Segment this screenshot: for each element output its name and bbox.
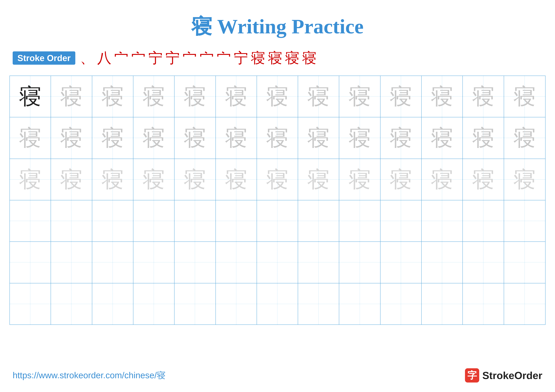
grid-cell-2-10: 寝 bbox=[422, 159, 463, 200]
cell-char: 寝 bbox=[225, 168, 247, 191]
grid-cell-4-9 bbox=[380, 242, 422, 283]
grid-cell-4-4 bbox=[175, 242, 216, 283]
grid-cell-2-3: 寝 bbox=[133, 159, 175, 200]
grid-cell-4-5 bbox=[216, 242, 257, 283]
title-text: Writing Practice bbox=[212, 15, 364, 38]
stroke-sequence: 、八宀宀宁宁宀宀宀宁寝寝寝寝 bbox=[80, 48, 316, 68]
grid-cell-0-12: 寝 bbox=[504, 76, 545, 117]
grid-cell-0-8: 寝 bbox=[339, 76, 380, 117]
cell-char: 寝 bbox=[431, 86, 453, 107]
cell-char: 寝 bbox=[143, 86, 165, 107]
grid-cell-3-11 bbox=[463, 200, 504, 242]
grid-cell-4-0 bbox=[10, 242, 51, 283]
cell-char: 寝 bbox=[349, 86, 371, 107]
grid-cell-5-10 bbox=[422, 283, 463, 324]
grid-cell-5-11 bbox=[463, 283, 504, 324]
cell-char: 寝 bbox=[19, 168, 41, 191]
grid-cell-4-6 bbox=[257, 242, 298, 283]
title-char: 寝 bbox=[191, 15, 212, 38]
grid-cell-4-7 bbox=[298, 242, 339, 283]
stroke-step-5: 宁 bbox=[166, 48, 180, 68]
grid-cell-5-3 bbox=[133, 283, 175, 324]
grid-cell-2-6: 寝 bbox=[257, 159, 298, 200]
grid-cell-3-5 bbox=[216, 200, 257, 242]
grid-cell-3-3 bbox=[133, 200, 175, 242]
cell-char: 寝 bbox=[472, 127, 494, 149]
stroke-step-0: 、 bbox=[80, 48, 94, 68]
grid-cell-0-4: 寝 bbox=[175, 76, 216, 117]
cell-char: 寝 bbox=[349, 168, 371, 191]
grid-row-2: 寝寝寝寝寝寝寝寝寝寝寝寝寝 bbox=[10, 159, 545, 200]
cell-char: 寝 bbox=[225, 86, 247, 107]
cell-char: 寝 bbox=[431, 127, 453, 149]
cell-char: 寝 bbox=[472, 86, 494, 107]
grid-cell-1-3: 寝 bbox=[133, 117, 175, 158]
cell-char: 寝 bbox=[102, 127, 124, 149]
grid-cell-2-0: 寝 bbox=[10, 159, 51, 200]
grid-cell-5-1 bbox=[51, 283, 92, 324]
cell-char: 寝 bbox=[514, 127, 536, 149]
stroke-step-11: 寝 bbox=[268, 48, 282, 68]
cell-char: 寝 bbox=[184, 86, 206, 107]
footer-logo: 字 StrokeOrder bbox=[465, 368, 542, 383]
grid-cell-3-2 bbox=[92, 200, 133, 242]
grid-cell-1-5: 寝 bbox=[216, 117, 257, 158]
grid-cell-4-3 bbox=[133, 242, 175, 283]
grid-cell-0-11: 寝 bbox=[463, 76, 504, 117]
stroke-step-9: 宁 bbox=[234, 48, 248, 68]
grid-cell-4-12 bbox=[504, 242, 545, 283]
strokeorder-logo-icon: 字 bbox=[465, 368, 479, 383]
grid-row-0: 寝寝寝寝寝寝寝寝寝寝寝寝寝 bbox=[10, 76, 545, 117]
stroke-order-row: Stroke Order 、八宀宀宁宁宀宀宀宁寝寝寝寝 bbox=[0, 47, 555, 72]
grid-row-1: 寝寝寝寝寝寝寝寝寝寝寝寝寝 bbox=[10, 117, 545, 159]
grid-cell-0-6: 寝 bbox=[257, 76, 298, 117]
grid-cell-3-12 bbox=[504, 200, 545, 242]
grid-cell-3-4 bbox=[175, 200, 216, 242]
stroke-step-2: 宀 bbox=[114, 48, 128, 68]
grid-cell-2-9: 寝 bbox=[380, 159, 422, 200]
grid-cell-2-4: 寝 bbox=[175, 159, 216, 200]
grid-cell-1-8: 寝 bbox=[339, 117, 380, 158]
grid-cell-2-1: 寝 bbox=[51, 159, 92, 200]
grid-cell-3-8 bbox=[339, 200, 380, 242]
grid-cell-1-11: 寝 bbox=[463, 117, 504, 158]
grid-cell-2-5: 寝 bbox=[216, 159, 257, 200]
grid-row-5 bbox=[10, 283, 545, 324]
cell-char: 寝 bbox=[19, 127, 41, 149]
stroke-step-8: 宀 bbox=[217, 48, 231, 68]
footer-logo-text: StrokeOrder bbox=[482, 370, 542, 381]
cell-char: 寝 bbox=[514, 168, 536, 191]
stroke-step-13: 寝 bbox=[302, 48, 316, 68]
grid-cell-0-5: 寝 bbox=[216, 76, 257, 117]
stroke-order-badge: Stroke Order bbox=[13, 51, 75, 65]
cell-char: 寝 bbox=[143, 168, 165, 191]
grid-cell-2-2: 寝 bbox=[92, 159, 133, 200]
grid-cell-3-6 bbox=[257, 200, 298, 242]
grid-cell-1-2: 寝 bbox=[92, 117, 133, 158]
grid-cell-4-11 bbox=[463, 242, 504, 283]
cell-char: 寝 bbox=[225, 127, 247, 149]
grid-cell-1-7: 寝 bbox=[298, 117, 339, 158]
grid-cell-0-2: 寝 bbox=[92, 76, 133, 117]
stroke-step-3: 宀 bbox=[131, 48, 146, 68]
grid-cell-0-3: 寝 bbox=[133, 76, 175, 117]
grid-cell-5-6 bbox=[257, 283, 298, 324]
grid-cell-5-5 bbox=[216, 283, 257, 324]
cell-char: 寝 bbox=[349, 127, 371, 149]
page-title: 寝 Writing Practice bbox=[0, 0, 555, 47]
grid-cell-1-0: 寝 bbox=[10, 117, 51, 158]
footer-url[interactable]: https://www.strokeorder.com/chinese/寝 bbox=[13, 370, 166, 381]
cell-char: 寝 bbox=[102, 168, 124, 191]
grid-cell-2-8: 寝 bbox=[339, 159, 380, 200]
grid-cell-5-12 bbox=[504, 283, 545, 324]
grid-cell-4-2 bbox=[92, 242, 133, 283]
stroke-step-4: 宁 bbox=[148, 48, 163, 68]
grid-cell-3-1 bbox=[51, 200, 92, 242]
cell-char: 寝 bbox=[514, 86, 536, 107]
grid-cell-3-9 bbox=[380, 200, 422, 242]
cell-char: 寝 bbox=[184, 127, 206, 149]
cell-char: 寝 bbox=[184, 168, 206, 191]
cell-char: 寝 bbox=[390, 86, 412, 107]
grid-cell-2-12: 寝 bbox=[504, 159, 545, 200]
cell-char: 寝 bbox=[266, 86, 288, 107]
